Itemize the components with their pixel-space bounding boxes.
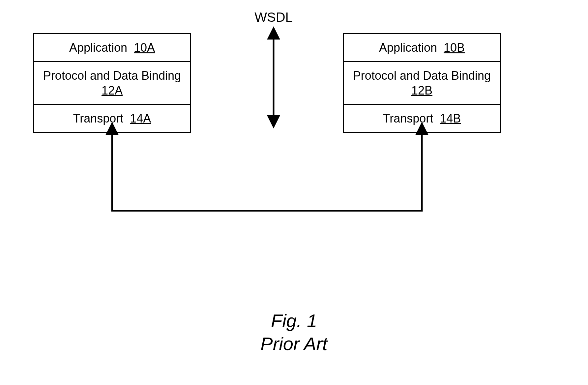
left-binding-cell: Protocol and Data Binding12A xyxy=(34,62,190,105)
left-binding-label: Protocol and Data Binding xyxy=(43,69,181,82)
left-application-cell: Application 10A xyxy=(34,34,190,62)
left-transport-ref: 14A xyxy=(130,112,151,125)
left-transport-label: Transport xyxy=(73,112,124,125)
right-binding-ref: 12B xyxy=(411,84,432,97)
right-application-cell: Application 10B xyxy=(344,34,500,62)
left-transport-cell: Transport 14A xyxy=(34,105,190,132)
left-stack: Application 10A Protocol and Data Bindin… xyxy=(33,33,191,133)
right-binding-label: Protocol and Data Binding xyxy=(353,69,491,82)
left-application-label: Application xyxy=(69,41,127,54)
right-transport-label: Transport xyxy=(383,112,433,125)
right-stack: Application 10B Protocol and Data Bindin… xyxy=(343,33,501,133)
transport-connector xyxy=(112,128,422,211)
right-application-label: Application xyxy=(379,41,437,54)
figure-number: Fig. 1 xyxy=(0,310,588,332)
right-binding-cell: Protocol and Data Binding12B xyxy=(344,62,500,105)
left-binding-ref: 12A xyxy=(102,84,123,97)
right-transport-cell: Transport 14B xyxy=(344,105,500,132)
figure-subtitle: Prior Art xyxy=(0,333,588,355)
right-transport-ref: 14B xyxy=(440,112,461,125)
right-application-ref: 10B xyxy=(444,41,465,54)
wsdl-label: WSDL xyxy=(224,10,323,25)
left-application-ref: 10A xyxy=(134,41,155,54)
